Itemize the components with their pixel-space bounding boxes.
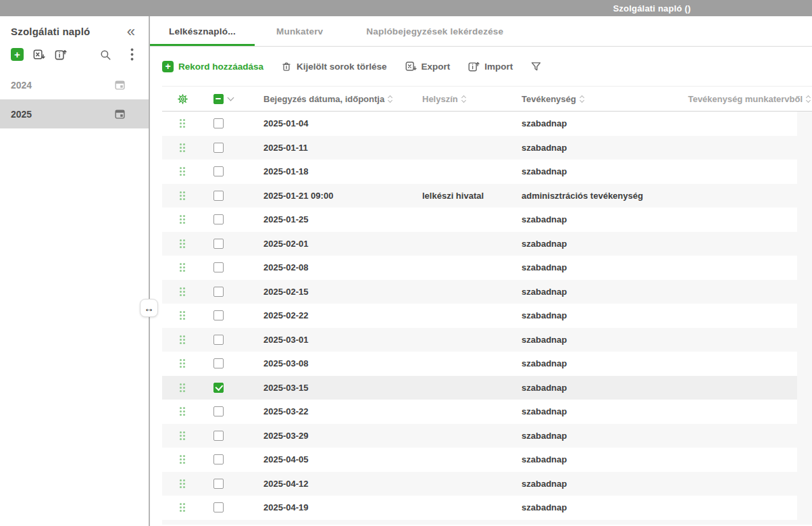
drag-handle-icon[interactable]	[180, 263, 185, 272]
sidebar-item-year-2024[interactable]: 2024	[0, 70, 149, 99]
drag-handle-icon[interactable]	[180, 239, 185, 248]
tab-naplobejegyzesek[interactable]: Naplóbejegyzések lekérdezése	[345, 16, 525, 46]
row-checkbox[interactable]	[213, 287, 224, 297]
drag-handle-icon[interactable]	[180, 119, 185, 128]
more-menu-icon[interactable]	[130, 48, 134, 61]
cell-activity: szabadnap	[522, 214, 662, 224]
export-label: Export	[422, 62, 451, 72]
table-row[interactable]: 2025-04-19 szabadnap	[162, 496, 797, 520]
table-row[interactable]: 2025-04-05 szabadnap	[162, 448, 797, 472]
column-settings-cell	[162, 93, 203, 105]
row-checkbox[interactable]	[213, 358, 224, 368]
table-row[interactable]: 2025-04-12 szabadnap	[162, 472, 797, 496]
cell-activity: szabadnap	[522, 310, 662, 320]
drag-handle-icon[interactable]	[180, 455, 185, 464]
cell-activity: szabadnap	[522, 502, 662, 512]
row-checkbox[interactable]	[213, 118, 224, 128]
table-row[interactable]: 2025-02-22 szabadnap	[162, 304, 797, 328]
sort-icon	[807, 96, 810, 102]
add-icon[interactable]: +	[11, 48, 24, 61]
row-checkbox[interactable]	[213, 166, 224, 176]
import-icon	[467, 60, 480, 72]
table-row[interactable]: 2025-03-08 szabadnap	[162, 352, 797, 376]
select-all-checkbox[interactable]	[213, 94, 224, 104]
cell-date: 2025-03-22	[263, 406, 422, 416]
table-row[interactable]: 2025-01-21 09:00 lelkészi hivatal admini…	[162, 184, 797, 208]
top-bar: Szolgálati napló ()	[0, 0, 812, 16]
row-checkbox[interactable]	[213, 191, 224, 201]
row-checkbox[interactable]	[213, 502, 224, 512]
collapse-sidebar-icon[interactable]: «	[127, 26, 138, 37]
row-checkbox[interactable]	[213, 383, 224, 393]
table-row[interactable]: 2025-02-15 szabadnap	[162, 280, 797, 304]
calendar-icon	[114, 79, 126, 91]
import-icon[interactable]	[54, 48, 67, 61]
column-header-date[interactable]: Bejegyzés dátuma, időpontja	[263, 94, 422, 104]
cell-activity: szabadnap	[522, 479, 662, 489]
export-excel-icon[interactable]	[32, 48, 45, 61]
row-checkbox[interactable]	[213, 454, 224, 464]
sidebar-item-year-2025[interactable]: 2025	[0, 99, 149, 128]
vertical-scrollbar[interactable]	[797, 112, 812, 525]
column-header-location[interactable]: Helyszín	[422, 94, 522, 104]
row-checkbox[interactable]	[213, 310, 224, 320]
drag-handle-icon[interactable]	[180, 191, 185, 200]
tab-label: Munkaterv	[276, 26, 323, 37]
year-label: 2025	[11, 109, 32, 120]
cell-activity: szabadnap	[522, 431, 662, 441]
trash-icon	[281, 61, 292, 72]
table-row[interactable]: 2025-01-18 szabadnap	[162, 160, 797, 184]
drag-handle-icon[interactable]	[180, 383, 185, 392]
drag-handle-icon[interactable]	[180, 431, 185, 440]
drag-handle-icon[interactable]	[180, 215, 185, 224]
cell-activity: szabadnap	[522, 287, 662, 297]
row-checkbox[interactable]	[213, 239, 224, 249]
export-button[interactable]: Export	[405, 60, 451, 72]
table-row[interactable]: 2025-03-15 szabadnap	[162, 376, 797, 400]
column-header-activity[interactable]: Tevékenység	[522, 94, 662, 104]
table-row[interactable]: 2025-03-22 szabadnap	[162, 400, 797, 424]
import-button[interactable]: Import	[467, 60, 513, 72]
sort-icon	[580, 96, 584, 102]
table-row[interactable]: 2025-02-08 szabadnap	[162, 256, 797, 280]
drag-handle-icon[interactable]	[180, 503, 185, 512]
chevron-down-icon[interactable]	[228, 94, 234, 101]
funnel-icon	[530, 61, 542, 72]
drag-handle-icon[interactable]	[180, 479, 185, 488]
row-checkbox[interactable]	[213, 262, 224, 272]
delete-selected-rows-button[interactable]: Kijelölt sorok törlése	[281, 61, 387, 72]
table-row[interactable]: 2025-01-04 szabadnap	[162, 112, 797, 136]
row-checkbox[interactable]	[213, 335, 224, 345]
cell-date: 2025-04-12	[263, 479, 422, 489]
row-checkbox[interactable]	[213, 214, 224, 224]
cell-activity: adminisztrációs tevékenység	[522, 191, 662, 201]
tab-lelkesznaplo[interactable]: Lelkésznapló...	[150, 16, 255, 46]
drag-handle-icon[interactable]	[180, 335, 185, 344]
row-checkbox[interactable]	[213, 143, 224, 153]
row-checkbox[interactable]	[213, 431, 224, 441]
table-row[interactable]: 2025-01-11 szabadnap	[162, 136, 797, 160]
sidebar-resize-handle[interactable]: ↔	[140, 299, 158, 317]
drag-handle-icon[interactable]	[180, 287, 185, 296]
drag-handle-icon[interactable]	[180, 167, 185, 176]
add-record-button[interactable]: + Rekord hozzáadása	[162, 61, 263, 72]
drag-handle-icon[interactable]	[180, 359, 185, 368]
drag-handle-icon[interactable]	[180, 311, 185, 320]
sidebar-divider	[149, 16, 150, 526]
gear-icon[interactable]	[177, 93, 188, 105]
cell-activity: szabadnap	[522, 454, 662, 464]
table-row[interactable]: 2025-03-29 szabadnap	[162, 424, 797, 448]
table-row[interactable]: 2025-02-01 szabadnap	[162, 232, 797, 256]
search-icon[interactable]	[99, 49, 111, 61]
tab-munkaterv[interactable]: Munkaterv	[255, 16, 345, 46]
table-row[interactable]: 2025-03-01 szabadnap	[162, 328, 797, 352]
column-header-activity-from-plan[interactable]: Tevékenység munkatervből	[662, 94, 812, 104]
cell-activity: szabadnap	[522, 383, 662, 393]
table-row[interactable]: 2025-01-25 szabadnap	[162, 208, 797, 232]
row-checkbox[interactable]	[213, 479, 224, 489]
filter-button[interactable]	[530, 61, 542, 72]
drag-handle-icon[interactable]	[180, 143, 185, 152]
cell-activity: szabadnap	[522, 358, 662, 368]
row-checkbox[interactable]	[213, 406, 224, 416]
drag-handle-icon[interactable]	[180, 407, 185, 416]
